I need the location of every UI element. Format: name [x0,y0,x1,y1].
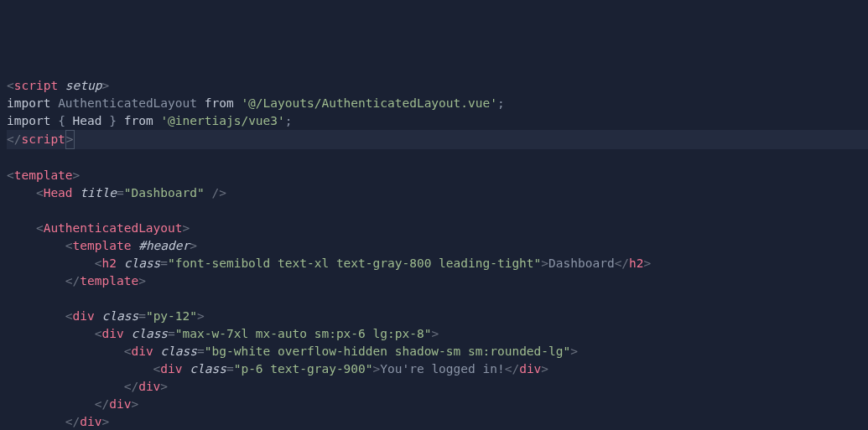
identifier: AuthenticatedLayout [58,96,197,110]
tag-name: div [138,380,160,393]
code-line: </div> [7,378,868,396]
bracket: > [197,309,205,323]
bracket: > [373,362,381,376]
bracket: > [73,168,81,182]
attr: class [190,362,226,376]
bracket: < [36,221,44,235]
code-line: <template> [7,167,868,184]
keyword: import [7,96,50,110]
keyword: import [7,114,50,127]
tag-name: div [519,362,541,376]
bracket: > [570,345,578,358]
bracket: > [66,132,74,146]
code-line: <AuthenticatedLayout> [7,220,868,237]
code-line: <div class="py-12"> [7,308,868,325]
code-line: import { Head } from '@inertiajs/vue3'; [7,112,868,130]
bracket: </ [65,274,80,288]
bracket: < [65,309,73,323]
tag-name: div [73,309,95,323]
string: "max-w-7xl mx-auto sm:px-6 lg:px-8" [175,327,432,340]
code-line: </div> [7,413,868,430]
bracket: < [95,256,102,270]
cursor: > [65,130,75,149]
code-line: <template #header> [7,237,868,255]
bracket: < [95,327,102,340]
tag-name: template [80,274,138,288]
string: "Dashboard" [124,186,205,199]
code-line: <h2 class="font-semibold text-xl text-gr… [7,255,868,272]
bracket: > [102,415,110,428]
bracket: > [190,239,197,252]
bracket: </ [124,380,138,393]
string: '@/Layouts/AuthenticatedLayout.vue' [241,96,497,110]
bracket: </ [615,256,629,270]
bracket: < [7,79,14,92]
bracket: </ [7,132,21,146]
attr: setup [65,79,102,92]
tag-name: div [109,397,131,411]
tag-name: div [131,345,153,358]
string: "bg-white overflow-hidden shadow-sm sm:r… [205,345,571,358]
bracket: /> [205,186,226,199]
bracket: < [7,168,14,182]
code-line: <div class="max-w-7xl mx-auto sm:px-6 lg… [7,325,868,343]
bracket: > [644,256,652,270]
bracket: > [183,221,190,235]
code-line: <div class="bg-white overflow-hidden sha… [7,343,868,360]
identifier: Head [73,114,102,127]
tag-name: AuthenticatedLayout [44,221,183,235]
bracket: > [160,380,168,393]
tag-name: template [73,239,132,252]
punct: } [109,114,117,127]
string: "font-semibold text-xl text-gray-800 lea… [168,256,541,270]
bracket: > [431,327,439,340]
tag-name: script [21,132,65,146]
keyword: from [205,96,234,110]
code-line: </div> [7,396,868,413]
punct: ; [497,96,505,110]
tag-name: h2 [102,256,117,270]
bracket: </ [505,362,519,376]
code-line: <Head title="Dashboard" /> [7,184,868,202]
tag-name: div [102,327,124,340]
bracket: < [65,239,73,252]
code-line: <div class="p-6 text-gray-900">You're lo… [7,360,868,378]
code-line: <script setup> [7,77,868,95]
tag-name: script [14,79,58,92]
text-content: Dashboard [548,256,615,270]
tag-name: div [80,415,101,428]
bracket: > [131,397,138,411]
string: '@inertiajs/vue3' [160,114,284,127]
code-line: </template> [7,272,868,290]
tag-name: template [14,168,73,182]
bracket: > [541,256,548,270]
bracket: > [138,274,146,288]
bracket: < [36,186,44,199]
punct: ; [285,114,293,127]
tag-name: Head [44,186,73,199]
code-line: import AuthenticatedLayout from '@/Layou… [7,95,868,112]
attr: class [124,256,161,270]
string: "p-6 text-gray-900" [234,362,373,376]
code-line [7,149,868,167]
attr: #header [138,239,190,252]
tag-name: div [160,362,182,376]
bracket: </ [65,415,80,428]
bracket: </ [95,397,109,411]
keyword: from [124,114,153,127]
text-content: You're logged in! [380,362,504,376]
attr: class [160,345,197,358]
code-editor[interactable]: <script setup>import AuthenticatedLayout… [7,77,868,430]
code-line [7,290,868,308]
string: "py-12" [146,309,197,323]
punct: { [58,114,65,127]
code-line [7,202,868,220]
attr: class [102,309,139,323]
attr: title [80,186,117,199]
bracket: > [541,362,548,376]
bracket: > [102,79,110,92]
code-line-active: </script> [7,130,868,149]
tag-name: h2 [629,256,643,270]
attr: class [131,327,168,340]
